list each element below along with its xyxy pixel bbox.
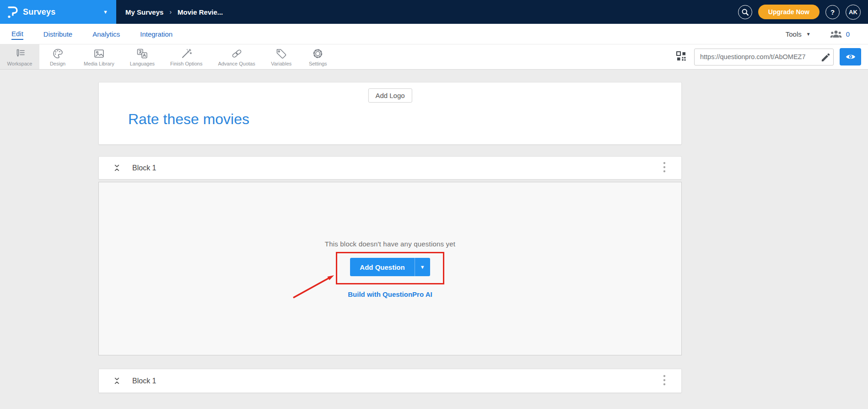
kebab-menu-icon <box>663 375 666 386</box>
chevron-down-icon: ▼ <box>420 264 425 270</box>
build-with-ai-link[interactable]: Build with QuestionPro AI <box>348 290 432 298</box>
annotation-highlight-box: Add Question ▼ <box>336 252 444 284</box>
people-icon <box>830 30 842 38</box>
advance-quotas-icon <box>231 48 243 60</box>
pencil-icon <box>820 52 830 62</box>
empty-block-message: This block doesn't have any questions ye… <box>325 240 455 248</box>
settings-icon <box>312 48 324 60</box>
builder-toolbar: Workspace Design Media Library Language <box>0 44 868 70</box>
breadcrumb-my-surveys[interactable]: My Surveys <box>125 8 163 16</box>
block-1-header: Block 1 <box>98 156 682 180</box>
toolbar-item-design[interactable]: Design <box>39 44 76 69</box>
tools-menu[interactable]: Tools ▼ <box>786 30 811 38</box>
collapse-icon <box>113 377 120 385</box>
toolbar-item-variables[interactable]: Variables <box>263 44 300 69</box>
tab-edit[interactable]: Edit <box>11 28 23 40</box>
breadcrumb: My Surveys › Movie Revie... <box>125 0 223 24</box>
questionpro-logo-icon <box>7 5 18 18</box>
search-icon <box>741 8 749 16</box>
add-question-button[interactable]: Add Question <box>350 258 414 276</box>
chevron-down-icon: ▼ <box>103 9 108 15</box>
toolbar-item-label: Settings <box>309 61 327 66</box>
chevron-down-icon: ▼ <box>806 32 811 37</box>
tab-distribute[interactable]: Distribute <box>43 28 72 39</box>
breadcrumb-survey-name[interactable]: Movie Revie... <box>178 8 223 16</box>
toolbar-item-label: Languages <box>130 61 155 66</box>
eye-icon <box>846 53 856 60</box>
add-question-area: Add Question ▼ <box>336 252 444 284</box>
help-button[interactable]: ? <box>825 5 840 19</box>
search-button[interactable] <box>738 5 752 19</box>
collapse-block-button[interactable] <box>113 376 121 386</box>
block-1-body: This block doesn't have any questions ye… <box>98 182 682 355</box>
toolbar-right <box>674 44 868 69</box>
topbar-actions: Upgrade Now ? AK <box>738 0 868 24</box>
avatar[interactable]: AK <box>846 5 861 20</box>
qr-code-icon <box>675 50 687 62</box>
finish-options-icon <box>180 48 193 60</box>
toolbar-item-finish-options[interactable]: Finish Options <box>162 44 210 69</box>
block-name[interactable]: Block 1 <box>132 164 156 172</box>
toolbar-item-label: Media Library <box>84 61 114 66</box>
collapse-icon <box>113 164 120 172</box>
add-logo-button[interactable]: Add Logo <box>368 88 412 103</box>
block-2-header: Block 1 <box>98 369 682 393</box>
qr-code-button[interactable] <box>674 49 688 65</box>
languages-icon <box>136 48 148 60</box>
add-question-split-button: Add Question ▼ <box>350 258 430 276</box>
toolbar-item-label: Design <box>50 61 65 66</box>
toolbar-item-label: Variables <box>271 61 291 66</box>
workspace-icon <box>14 48 26 60</box>
collaborators-count: 0 <box>846 30 850 38</box>
toolbar-item-label: Workspace <box>7 61 32 66</box>
toolbar-item-settings[interactable]: Settings <box>300 44 336 69</box>
survey-url-input[interactable] <box>694 49 834 65</box>
survey-url-field <box>694 49 834 65</box>
block-menu-button[interactable] <box>660 160 669 176</box>
tab-analytics[interactable]: Analytics <box>92 28 120 39</box>
collapse-block-button[interactable] <box>113 163 121 173</box>
block-menu-button[interactable] <box>660 373 669 389</box>
breadcrumb-separator: › <box>169 8 172 16</box>
tools-label: Tools <box>786 30 802 38</box>
toolbar-item-workspace[interactable]: Workspace <box>0 44 39 69</box>
preview-button[interactable] <box>840 48 861 65</box>
collaborators-button[interactable]: 0 <box>830 30 850 38</box>
product-name: Surveys <box>23 7 55 17</box>
product-switcher[interactable]: Surveys ▼ <box>0 0 116 24</box>
edit-url-button[interactable] <box>820 52 830 64</box>
nav-right: Tools ▼ 0 <box>786 30 850 38</box>
toolbar-item-media-library[interactable]: Media Library <box>76 44 122 69</box>
upgrade-now-button[interactable]: Upgrade Now <box>758 5 819 19</box>
section-nav: Edit Distribute Analytics Integration To… <box>0 24 868 44</box>
block-name[interactable]: Block 1 <box>132 377 156 385</box>
kebab-menu-icon <box>663 162 666 173</box>
top-bar: Surveys ▼ My Surveys › Movie Revie... Up… <box>0 0 868 24</box>
toolbar-item-languages[interactable]: Languages <box>122 44 162 69</box>
media-library-icon <box>93 48 105 60</box>
survey-header-card: Add Logo Rate these movies <box>98 82 682 145</box>
tab-integration[interactable]: Integration <box>140 28 173 39</box>
annotation-arrow-icon <box>290 271 337 301</box>
add-question-dropdown-button[interactable]: ▼ <box>415 258 430 276</box>
nav-tabs: Edit Distribute Analytics Integration <box>11 28 173 40</box>
toolbar-item-label: Finish Options <box>170 61 202 66</box>
survey-canvas: Add Logo Rate these movies Block 1 This … <box>0 70 868 409</box>
design-icon <box>52 48 64 60</box>
toolbar-item-advance-quotas[interactable]: Advance Quotas <box>210 44 263 69</box>
survey-title[interactable]: Rate these movies <box>128 111 249 128</box>
toolbar-item-label: Advance Quotas <box>218 61 255 66</box>
variables-icon <box>275 48 287 60</box>
